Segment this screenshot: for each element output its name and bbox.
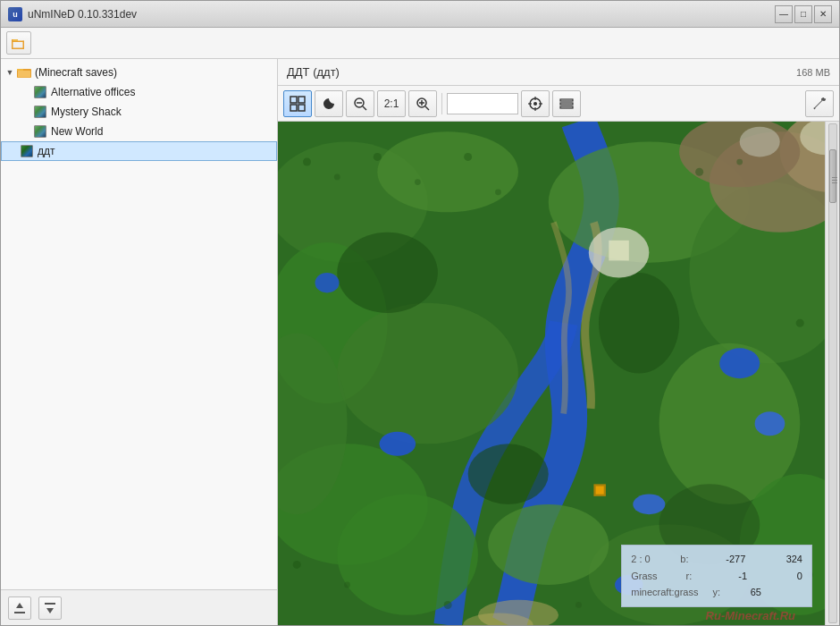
svg-rect-64 (609, 241, 629, 261)
world-icon-mystery (33, 105, 47, 119)
map-toolbar: 2:1 (278, 86, 839, 122)
main-content: ▼ (Minecraft saves) Alte (1, 59, 839, 625)
world-icon-alt (33, 85, 47, 99)
coord-b-val1: -277 (718, 551, 745, 568)
svg-point-67 (374, 153, 382, 161)
svg-point-72 (736, 159, 743, 165)
svg-marker-12 (46, 608, 54, 613)
tree-item-new-world[interactable]: New World (1, 122, 277, 141)
svg-point-48 (337, 233, 438, 313)
coord-y-label: y: (712, 584, 720, 601)
maximize-button[interactable]: □ (794, 5, 812, 23)
zoom-out-button[interactable] (346, 90, 374, 117)
svg-rect-5 (13, 39, 18, 41)
coord-y-val: 65 (735, 584, 761, 601)
map-search-input[interactable] (447, 93, 518, 114)
svg-rect-31 (560, 103, 573, 105)
svg-line-18 (363, 106, 366, 110)
settings-button[interactable] (805, 90, 834, 117)
open-folder-button[interactable] (6, 31, 31, 55)
remove-world-button[interactable] (38, 596, 62, 620)
app-icon: u (8, 7, 22, 21)
zoom-in-button[interactable] (408, 90, 437, 117)
coord-b-label: b: (680, 551, 688, 568)
svg-point-66 (334, 174, 340, 181)
svg-point-80 (575, 602, 582, 608)
svg-line-21 (425, 106, 429, 110)
tree-item-ddt[interactable]: ддт (1, 141, 277, 161)
main-toolbar (1, 28, 839, 59)
coord-r-val2: 0 (776, 568, 802, 585)
layers-button[interactable] (552, 90, 581, 117)
coord-r-val1: -1 (720, 568, 747, 585)
svg-point-73 (796, 319, 804, 327)
coord-xz-label: 2 : 0 (631, 551, 650, 568)
grid-toggle-button[interactable] (283, 90, 312, 117)
svg-rect-14 (298, 97, 305, 103)
svg-rect-15 (290, 105, 297, 111)
svg-point-68 (415, 179, 421, 185)
sidebar: ▼ (Minecraft saves) Alte (1, 59, 278, 625)
svg-point-70 (495, 189, 501, 195)
minimize-button[interactable]: — (775, 5, 793, 23)
titlebar: u uNmINeD 0.10.331dev — □ ✕ (1, 1, 839, 28)
svg-point-65 (303, 158, 311, 166)
mystery-shack-label: Mystery Shack (51, 106, 122, 118)
coord-y-empty (776, 584, 802, 601)
window-controls: — □ ✕ (775, 5, 832, 23)
tree-expand-arrow: ▼ (4, 67, 15, 78)
map-memory: 168 MB (796, 67, 830, 78)
world-icon-new (33, 124, 47, 139)
tree-root[interactable]: ▼ (Minecraft saves) (1, 63, 277, 82)
zoom-out-icon (352, 96, 368, 112)
svg-point-36 (377, 131, 518, 212)
tree-item-mystery-shack[interactable]: Mystery Shack (1, 102, 277, 122)
titlebar-left: u uNmINeD 0.10.331dev (8, 7, 137, 21)
night-toggle-button[interactable] (315, 90, 343, 117)
svg-point-59 (380, 432, 416, 456)
add-world-button[interactable] (8, 596, 31, 620)
pin-button[interactable] (521, 90, 550, 117)
layers-icon (559, 96, 575, 112)
svg-rect-30 (560, 99, 573, 101)
scrollbar-track-v (828, 123, 837, 623)
svg-point-58 (755, 411, 785, 436)
new-world-label: New World (51, 125, 103, 138)
svg-rect-9 (14, 612, 25, 613)
svg-point-25 (533, 102, 537, 106)
svg-point-46 (488, 504, 609, 585)
svg-rect-7 (17, 69, 23, 71)
svg-point-78 (344, 582, 350, 588)
svg-marker-10 (16, 603, 23, 608)
svg-point-56 (740, 127, 780, 157)
svg-point-61 (315, 273, 340, 293)
sidebar-footer (1, 589, 277, 625)
svg-rect-84 (596, 486, 604, 495)
zoom-level-label: 2:1 (377, 90, 406, 117)
svg-rect-13 (290, 97, 297, 103)
night-icon (321, 96, 337, 112)
close-button[interactable]: ✕ (814, 5, 832, 23)
world-icon-ddt (20, 144, 34, 158)
svg-point-47 (337, 495, 478, 615)
map-canvas-wrapper: 2 : 0 b: -277 324 Grass r: -1 0 mine (278, 122, 839, 625)
saves-folder-icon (17, 65, 31, 80)
saves-root-label: (Minecraft saves) (35, 66, 117, 79)
svg-point-60 (633, 495, 665, 515)
tree-item-alternative-offices[interactable]: Alternative offices (1, 82, 277, 102)
file-tree: ▼ (Minecraft saves) Alte (1, 59, 277, 589)
svg-point-71 (695, 168, 703, 176)
coord-biome-label: minecraft:grass (631, 584, 698, 601)
folder-open-icon (12, 37, 26, 49)
map-canvas[interactable]: 2 : 0 b: -277 324 Grass r: -1 0 mine (278, 122, 839, 625)
map-area: ДДТ (ддт) 168 MB (278, 59, 839, 625)
alternative-offices-label: Alternative offices (51, 86, 136, 98)
svg-point-77 (293, 561, 301, 569)
coord-b-val2: 324 (776, 551, 802, 568)
map-header: ДДТ (ддт) 168 MB (278, 59, 839, 86)
zoom-in-icon (415, 96, 431, 112)
scrollbar-thumb-v[interactable] (829, 149, 836, 203)
map-title: ДДТ (ддт) (287, 65, 340, 79)
svg-point-57 (719, 348, 760, 378)
vertical-scrollbar[interactable] (825, 122, 839, 625)
